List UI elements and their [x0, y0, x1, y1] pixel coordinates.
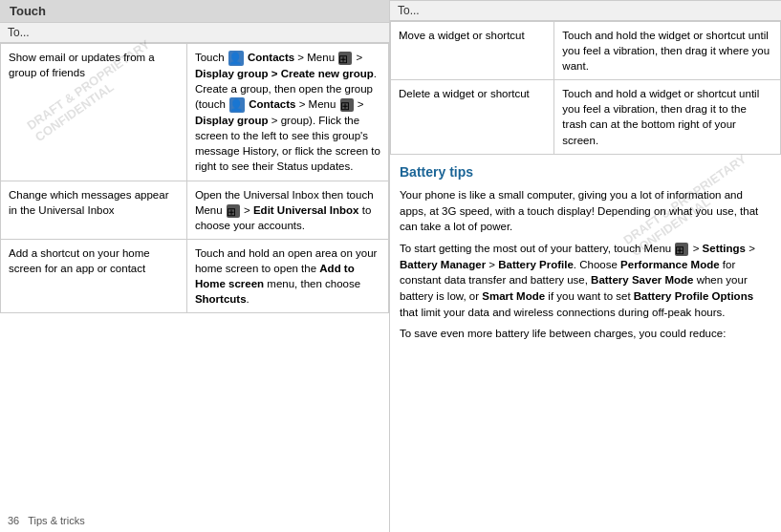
right-action-text-1: Move a widget or shortcut [399, 30, 525, 41]
left-table: Show email or updates from a group of fr… [0, 43, 389, 313]
right-action-cell-1: Move a widget or shortcut [391, 22, 554, 80]
contacts-icon-2: 👤 [229, 97, 245, 113]
page-wrapper: Touch To... Show email or updates from a… [0, 0, 781, 532]
page-label: Tips & tricks [28, 515, 85, 526]
touch-label: Touch [10, 4, 46, 18]
right-desc-text-1: Touch and hold the widget or shortcut un… [562, 30, 770, 72]
right-action-text-2: Delete a widget or shortcut [399, 88, 530, 99]
table-row: Change which messages appear in the Univ… [1, 181, 389, 239]
left-to-label: To... [8, 26, 30, 39]
contacts-icon-1: 👤 [228, 51, 244, 66]
left-column: Touch To... Show email or updates from a… [0, 0, 390, 532]
right-desc-text-2: Touch and hold a widget or shortcut unti… [562, 88, 759, 145]
right-to-header: To... [390, 0, 781, 21]
desc-cell-1: Touch 👤 Contacts > Menu ⊞ > Display grou… [186, 44, 388, 181]
menu-icon-2: ⊞ [340, 98, 354, 112]
action-text-3: Add a shortcut on your home screen for a… [9, 247, 150, 274]
menu-icon-3: ⊞ [227, 204, 240, 218]
right-action-cell-2: Delete a widget or shortcut [391, 80, 554, 154]
battery-para3: To save even more battery life between c… [400, 326, 771, 342]
table-row: Show email or updates from a group of fr… [1, 44, 389, 181]
desc-cell-2: Open the Universal Inbox then touch Menu… [186, 181, 388, 239]
right-table: Move a widget or shortcut Touch and hold… [390, 21, 781, 155]
touch-header: Touch [0, 0, 389, 22]
action-cell-1: Show email or updates from a group of fr… [1, 44, 187, 181]
desc-cell-3: Touch and hold an open area on your home… [186, 239, 388, 312]
right-desc-cell-1: Touch and hold the widget or shortcut un… [554, 22, 781, 80]
battery-para2: To start getting the most out of your ba… [400, 241, 771, 320]
right-column: To... Move a widget or shortcut Touch an… [390, 0, 781, 532]
right-content-area: Battery tips Your phone is like a small … [390, 155, 781, 355]
table-row: Delete a widget or shortcut Touch and ho… [391, 80, 781, 154]
action-cell-2: Change which messages appear in the Univ… [1, 181, 187, 239]
action-text-1: Show email or updates from a group of fr… [9, 52, 155, 78]
battery-para1: Your phone is like a small computer, giv… [400, 187, 771, 235]
right-to-label: To... [398, 4, 420, 17]
menu-icon-1: ⊞ [338, 52, 352, 65]
page-footer: 36 Tips & tricks [8, 515, 85, 526]
battery-title: Battery tips [400, 162, 771, 181]
menu-icon-battery: ⊞ [675, 243, 688, 256]
table-row: Move a widget or shortcut Touch and hold… [391, 22, 781, 80]
action-cell-3: Add a shortcut on your home screen for a… [1, 239, 187, 312]
right-desc-cell-2: Touch and hold a widget or shortcut unti… [554, 80, 781, 154]
action-text-2: Change which messages appear in the Univ… [9, 189, 169, 216]
left-to-header: To... [0, 22, 389, 43]
table-row: Add a shortcut on your home screen for a… [1, 239, 389, 312]
page-number: 36 [8, 515, 19, 526]
